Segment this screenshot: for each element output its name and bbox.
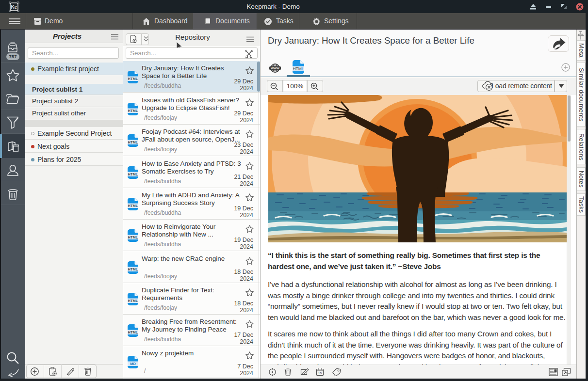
svg-text:Ke: Ke [11, 4, 17, 10]
svg-text:WWW: WWW [271, 66, 279, 70]
svg-text:HTML: HTML [293, 66, 304, 71]
svg-text:15: 15 [318, 371, 322, 375]
